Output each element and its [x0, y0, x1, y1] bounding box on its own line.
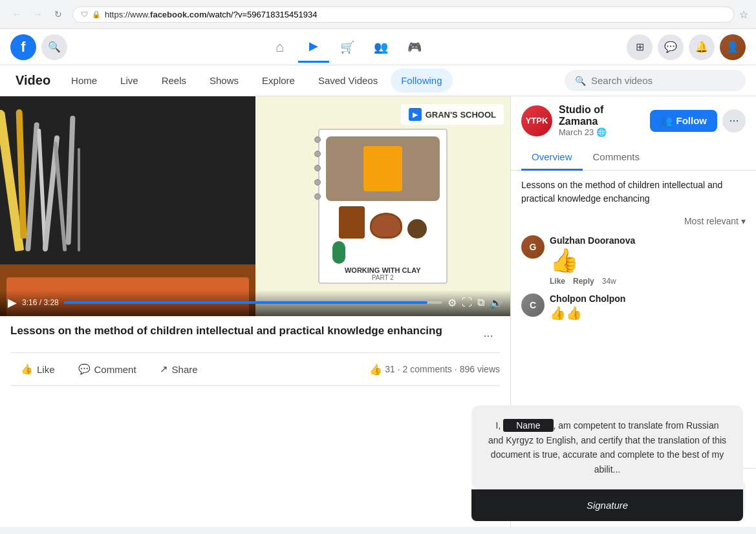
pip-button[interactable]: ⧉ — [477, 297, 484, 308]
clay-ball — [407, 219, 427, 239]
video-illustration-side: WORKING WITH CLAY PART 2 — [255, 96, 511, 316]
video-background: WORKING WITH CLAY PART 2 — [0, 96, 510, 316]
messenger-button[interactable]: 💬 — [658, 34, 684, 60]
comment-avatar-2: C — [521, 294, 545, 317]
comment-text-2: 👍👍 — [550, 305, 746, 321]
user-avatar[interactable]: 👤 — [720, 34, 746, 60]
spiral-ring — [314, 151, 321, 157]
comment-avatar-1: G — [521, 235, 545, 259]
signature-box: Signature — [471, 489, 743, 521]
video-stats: 👍 31 · 2 comments · 896 views — [369, 363, 500, 376]
clay-mug — [370, 213, 402, 239]
clay-items — [326, 206, 440, 239]
tab-overview[interactable]: Overview — [521, 145, 583, 171]
tab-following[interactable]: Following — [391, 69, 452, 92]
comment-like-1[interactable]: Like — [550, 277, 565, 286]
spiral-ring — [314, 179, 321, 186]
avatar-image: 👤 — [720, 34, 746, 60]
video-title: Lessons on the method of children intell… — [10, 324, 477, 338]
translation-card: I, Name, am competent to translate from … — [471, 405, 743, 489]
search-input[interactable] — [591, 75, 735, 86]
signature-label: Signature — [587, 500, 628, 511]
channel-actions: 👥 Follow ··· — [650, 109, 746, 133]
settings-button[interactable]: ⚙ — [448, 297, 457, 309]
grans-school-icon: ▶ — [409, 108, 422, 121]
comments-sort[interactable]: Most relevant ▾ — [511, 213, 756, 231]
like-button[interactable]: 👍 Like — [10, 358, 65, 380]
fb-logo-letter: f — [21, 39, 25, 56]
name-highlight: Name — [503, 419, 553, 432]
video-time-display: 3:16 / 3:28 — [22, 298, 59, 307]
comment-time-1: 34w — [602, 277, 616, 286]
share-label: Share — [172, 364, 198, 375]
header-search-button[interactable]: 🔍 — [41, 34, 67, 60]
channel-avatar: YTPK — [521, 105, 552, 136]
sort-label: Most relevant — [684, 216, 739, 226]
sidebar-tabs: Overview Comments — [511, 145, 756, 171]
reaction-count: 31 — [385, 364, 395, 374]
comment-content-2: Cholpon Cholpon 👍👍 — [550, 294, 746, 321]
volume-button[interactable]: 🔊 — [490, 297, 502, 309]
share-button[interactable]: ↗ Share — [149, 358, 208, 380]
translation-text: I, Name, am competent to translate from … — [487, 418, 728, 476]
reaction-icon: 👍 — [369, 363, 382, 376]
nav-video[interactable]: ▶ — [298, 32, 329, 63]
follow-label: Follow — [676, 115, 707, 126]
comment-actions-1: Like Reply 34w — [550, 277, 746, 286]
view-count: 896 views — [460, 364, 500, 374]
oven — [326, 136, 440, 201]
refresh-button[interactable]: ↻ — [49, 5, 67, 23]
tab-home[interactable]: Home — [61, 69, 107, 92]
facebook-logo[interactable]: f — [10, 34, 36, 60]
chevron-down-icon: ▾ — [741, 216, 746, 226]
shield-icon: 🛡 — [81, 10, 88, 18]
tool-7 — [66, 116, 76, 245]
video-player[interactable]: WORKING WITH CLAY PART 2 ▶ GRAN'S SCHOOL… — [0, 96, 510, 316]
video-section: WORKING WITH CLAY PART 2 ▶ GRAN'S SCHOOL… — [0, 96, 510, 527]
fullscreen-button[interactable]: ⛶ — [462, 297, 472, 308]
channel-info: Studio of Zamana March 23 🌐 — [559, 104, 643, 137]
comment-button[interactable]: 💬 Comment — [68, 358, 147, 380]
video-actions-bar: 👍 Like 💬 Comment ↗ Share 👍 31 · 2 commen… — [10, 352, 500, 386]
tab-explore[interactable]: Explore — [252, 69, 305, 92]
apps-grid-button[interactable]: ⊞ — [627, 34, 653, 60]
comment-avatar-image-1: G — [521, 235, 545, 259]
nav-home[interactable]: ⌂ — [265, 32, 296, 63]
tab-reels[interactable]: Reels — [151, 69, 197, 92]
channel-meta: March 23 🌐 — [559, 127, 643, 137]
tab-live[interactable]: Live — [110, 69, 149, 92]
spiral-ring — [314, 136, 321, 143]
facebook-header: f 🔍 ⌂ ▶ 🛒 👥 🎮 ⊞ 💬 🔔 👤 — [0, 29, 756, 65]
notifications-button[interactable]: 🔔 — [689, 34, 715, 60]
browser-nav-buttons: ← → ↻ — [8, 5, 67, 23]
tab-shows[interactable]: Shows — [199, 69, 249, 92]
forward-button[interactable]: → — [28, 5, 47, 23]
stats-separator-2: · — [455, 364, 457, 374]
translation-overlay: I, Name, am competent to translate from … — [471, 405, 743, 521]
video-more-button[interactable]: ··· — [477, 324, 500, 347]
tab-comments[interactable]: Comments — [583, 145, 651, 171]
comment-label: Comment — [94, 364, 136, 375]
part-label: PART 2 — [326, 274, 440, 281]
grans-school-text: GRAN'S SCHOOL — [426, 110, 496, 120]
address-bar[interactable]: 🛡 🔒 https://www.https://www.facebook.com… — [72, 6, 734, 23]
video-progress-bar[interactable] — [64, 301, 442, 304]
nav-marketplace[interactable]: 🛒 — [332, 32, 363, 63]
clay-hat — [339, 206, 365, 239]
back-button[interactable]: ← — [8, 5, 26, 23]
stats-separator-1: · — [398, 364, 400, 374]
channel-more-button[interactable]: ··· — [722, 109, 746, 133]
video-title-row: Lessons on the method of children intell… — [10, 324, 500, 347]
play-button[interactable]: ▶ — [8, 295, 17, 310]
working-with-clay-label: WORKING WITH CLAY — [326, 266, 440, 274]
nav-groups[interactable]: 👥 — [365, 32, 396, 63]
bookmark-star-icon[interactable]: ☆ — [739, 8, 748, 21]
follow-button[interactable]: 👥 Follow — [650, 110, 718, 132]
search-icon: 🔍 — [575, 76, 586, 86]
nav-gaming[interactable]: 🎮 — [399, 32, 430, 63]
header-nav-center: ⌂ ▶ 🛒 👥 🎮 — [72, 32, 621, 63]
tab-saved-videos[interactable]: Saved Videos — [308, 69, 388, 92]
comment-content-1: Gulzhan Dooranova 👍 Like Reply 34w — [550, 235, 746, 286]
video-search-bar[interactable]: 🔍 — [565, 70, 746, 91]
comment-reply-1[interactable]: Reply — [573, 277, 594, 286]
